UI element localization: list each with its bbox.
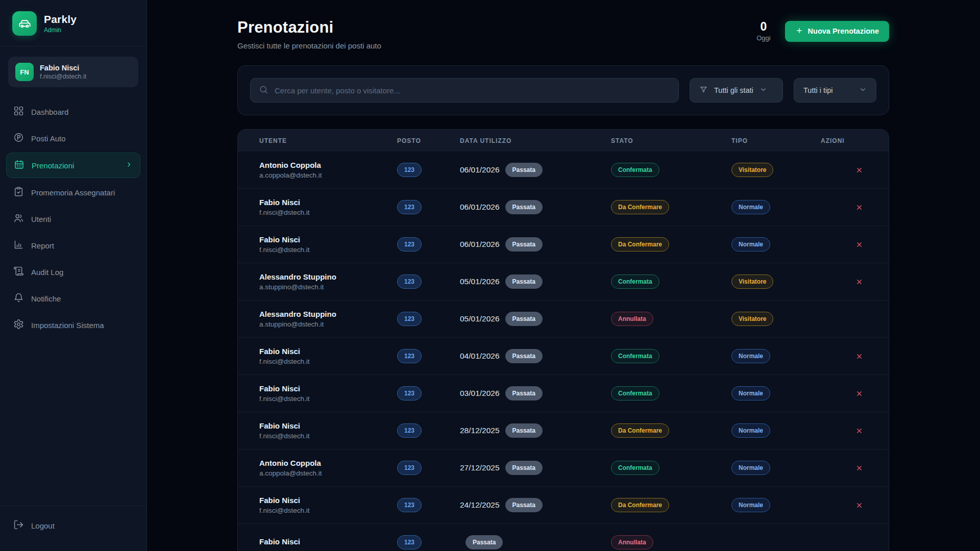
clipboard-check-icon bbox=[13, 186, 24, 198]
tipo-cell: Visitatore bbox=[731, 163, 821, 177]
parking-icon bbox=[13, 132, 24, 144]
user-cell: Fabio Nisci bbox=[259, 537, 397, 548]
user-card[interactable]: FN Fabio Nisci f.nisci@dstech.it bbox=[8, 57, 138, 87]
delete-booking-button[interactable] bbox=[853, 388, 865, 399]
status-filter-dropdown[interactable]: Tutti gli stati bbox=[690, 78, 783, 103]
user-cell: Fabio Nisci f.nisci@dstech.it bbox=[259, 421, 397, 440]
bookings-table: UTENTE POSTO DATA UTILIZZO STATO TIPO AZ… bbox=[237, 129, 889, 551]
table-row: Fabio Nisci f.nisci@dstech.it 123 03/01/… bbox=[238, 375, 889, 412]
sidebar-item-audit-log[interactable]: Audit Log bbox=[6, 260, 140, 284]
table-row: Fabio Nisci f.nisci@dstech.it 123 24/12/… bbox=[238, 487, 889, 524]
sidebar-item-notifiche[interactable]: Notifiche bbox=[6, 286, 140, 311]
posto-cell: 123 bbox=[397, 200, 460, 214]
column-header-data-utilizzo: DATA UTILIZZO bbox=[460, 137, 611, 144]
sidebar-item-label: Notifiche bbox=[31, 294, 61, 303]
tipo-badge: Normale bbox=[731, 423, 770, 438]
status-cell: Confermata bbox=[611, 163, 731, 177]
sidebar-item-label: Impostazioni Sistema bbox=[31, 321, 104, 330]
chevron-down-icon bbox=[760, 86, 767, 95]
booking-date: 06/01/2026 bbox=[460, 203, 500, 212]
posto-badge: 123 bbox=[397, 423, 422, 438]
table-row: Fabio Nisci f.nisci@dstech.it 123 06/01/… bbox=[238, 189, 889, 226]
column-header-posto: POSTO bbox=[397, 137, 460, 144]
tipo-badge: Visitatore bbox=[731, 312, 773, 326]
posto-badge: 123 bbox=[397, 386, 422, 400]
actions-cell bbox=[821, 239, 867, 250]
status-cell: Da Confermare bbox=[611, 200, 731, 214]
sidebar-item-label: Prenotazioni bbox=[32, 161, 74, 170]
sidebar-item-dashboard[interactable]: Dashboard bbox=[6, 99, 140, 124]
tipo-cell: Normale bbox=[731, 498, 821, 512]
posto-cell: 123 bbox=[397, 349, 460, 363]
delete-booking-button[interactable] bbox=[853, 350, 865, 362]
sidebar-item-utenti[interactable]: Utenti bbox=[6, 207, 140, 231]
actions-cell bbox=[821, 164, 867, 176]
brand-name: Parkly bbox=[44, 13, 77, 26]
stat-value: 0 bbox=[756, 20, 770, 33]
main-content: Prenotazioni Gestisci tutte le prenotazi… bbox=[147, 0, 980, 551]
date-status-badge: Passata bbox=[505, 423, 543, 438]
type-filter-dropdown[interactable]: Tutti i tipi bbox=[794, 78, 876, 103]
tipo-badge: Normale bbox=[731, 461, 770, 475]
delete-booking-button[interactable] bbox=[853, 462, 865, 473]
status-badge: Confermata bbox=[611, 349, 659, 363]
search-box bbox=[250, 78, 679, 103]
filter-bar: Tutti gli stati Tutti i tipi bbox=[237, 65, 889, 115]
gear-icon bbox=[13, 319, 24, 331]
sidebar-item-prenotazioni[interactable]: Prenotazioni bbox=[6, 153, 140, 178]
date-cell: 06/01/2026 Passata bbox=[460, 200, 611, 214]
calendar-icon bbox=[14, 159, 24, 171]
delete-booking-button[interactable] bbox=[853, 425, 865, 436]
date-cell: 05/01/2026 Passata bbox=[460, 312, 611, 326]
user-cell: Antonio Coppola a.coppola@dstech.it bbox=[259, 161, 397, 179]
avatar: FN bbox=[15, 63, 34, 81]
column-header-tipo: TIPO bbox=[731, 137, 821, 144]
table-row: Fabio Nisci f.nisci@dstech.it 123 06/01/… bbox=[238, 226, 889, 263]
new-booking-button[interactable]: Nuova Prenotazione bbox=[785, 21, 889, 42]
funnel-icon bbox=[699, 85, 708, 95]
posto-cell: 123 bbox=[397, 312, 460, 326]
delete-booking-button[interactable] bbox=[853, 276, 865, 287]
sidebar-item-report[interactable]: Report bbox=[6, 233, 140, 258]
scroll-icon bbox=[13, 266, 24, 278]
status-badge: Confermata bbox=[611, 274, 659, 289]
posto-badge: 123 bbox=[397, 200, 422, 214]
booking-date: 04/01/2026 bbox=[460, 352, 500, 361]
actions-cell bbox=[821, 537, 867, 548]
status-cell: Annullata bbox=[611, 312, 731, 326]
posto-badge: 123 bbox=[397, 535, 422, 549]
delete-booking-button[interactable] bbox=[853, 164, 865, 176]
header-right: 0 Oggi Nuova Prenotazione bbox=[756, 20, 889, 42]
posto-cell: 123 bbox=[397, 386, 460, 400]
header-left: Prenotazioni Gestisci tutte le prenotazi… bbox=[237, 18, 381, 50]
booking-user-name: Fabio Nisci bbox=[259, 347, 397, 356]
sidebar-item-promemoria[interactable]: Promemoria Assegnatari bbox=[6, 180, 140, 205]
booking-user-email: f.nisci@dstech.it bbox=[259, 358, 397, 365]
dashboard-icon bbox=[13, 106, 24, 118]
date-cell: 04/01/2026 Passata bbox=[460, 349, 611, 363]
booking-user-email: f.nisci@dstech.it bbox=[259, 395, 397, 403]
sidebar-item-posti-auto[interactable]: Posti Auto bbox=[6, 126, 140, 151]
tipo-badge: Normale bbox=[731, 237, 770, 252]
status-badge: Da Confermare bbox=[611, 237, 669, 252]
delete-booking-button[interactable] bbox=[853, 202, 865, 213]
actions-cell bbox=[821, 313, 867, 324]
table-row: Antonio Coppola a.coppola@dstech.it 123 … bbox=[238, 449, 889, 487]
search-input[interactable] bbox=[275, 86, 670, 95]
delete-booking-button[interactable] bbox=[853, 499, 865, 511]
posto-cell: 123 bbox=[397, 163, 460, 177]
date-status-badge: Passata bbox=[505, 461, 543, 475]
date-status-badge: Passata bbox=[505, 349, 543, 363]
delete-booking-button[interactable] bbox=[853, 239, 865, 250]
sidebar-nav: Dashboard Posti Auto Prenotazioni Promem… bbox=[0, 92, 146, 337]
status-badge: Confermata bbox=[611, 461, 659, 475]
tipo-cell: Normale bbox=[731, 423, 821, 438]
booking-user-name: Alessandro Stuppino bbox=[259, 310, 397, 318]
tipo-cell: Normale bbox=[731, 461, 821, 475]
sidebar-item-impostazioni[interactable]: Impostazioni Sistema bbox=[6, 313, 140, 337]
actions-cell bbox=[821, 425, 867, 436]
user-cell: Fabio Nisci f.nisci@dstech.it bbox=[259, 347, 397, 365]
booking-date: 05/01/2026 bbox=[460, 314, 500, 323]
tipo-cell: Normale bbox=[731, 349, 821, 363]
logout-button[interactable]: Logout bbox=[6, 513, 140, 538]
